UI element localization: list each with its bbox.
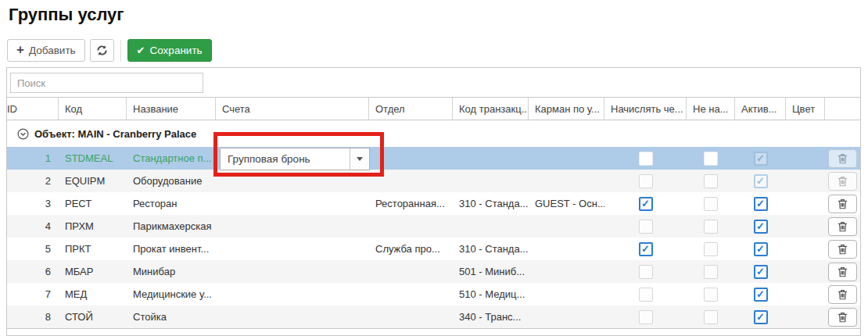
refresh-icon [96, 45, 108, 56]
cell-code: МЕД [59, 288, 127, 300]
cell-id: 6 [7, 266, 59, 277]
cell-name: Прокат инвент... [127, 243, 216, 255]
cell-id: 2 [7, 175, 59, 187]
cell-transaction-code: 501 - Миниб... [453, 266, 529, 277]
delete-button[interactable] [828, 149, 857, 168]
active-checkbox[interactable] [754, 174, 768, 188]
trash-icon [838, 266, 848, 277]
save-button-label: Сохранить [150, 45, 203, 56]
column-header-charge[interactable]: Начислять че... [604, 98, 687, 120]
accounts-dropdown[interactable]: Групповая бронь [220, 148, 370, 170]
group-row[interactable]: Объект: MAIN - Cranberry Palace [7, 120, 860, 147]
cell-id: 1 [7, 152, 59, 164]
cell-name: Ресторан [127, 198, 216, 209]
column-header-pocket[interactable]: Карман по у... [529, 98, 604, 120]
charge-checkbox[interactable] [639, 310, 653, 324]
cell-transaction-code: 510 - Медиц... [453, 288, 529, 300]
active-checkbox[interactable] [754, 152, 768, 166]
cell-code: EQUIPM [59, 175, 127, 187]
column-header-department[interactable]: Отдел [369, 98, 453, 120]
no-charge-checkbox[interactable] [704, 288, 718, 302]
cell-transaction-code: 340 - Транс... [453, 311, 529, 323]
no-charge-checkbox[interactable] [704, 197, 718, 211]
active-checkbox[interactable] [754, 220, 768, 234]
chevron-down-icon [357, 157, 363, 161]
trash-icon [838, 176, 848, 187]
charge-checkbox[interactable] [639, 197, 653, 211]
column-header-color[interactable]: Цвет [786, 98, 825, 120]
column-header-transaction-code[interactable]: Код транзакц... [453, 98, 529, 120]
column-header-actions [825, 98, 860, 120]
refresh-button[interactable] [90, 39, 114, 62]
column-header-active[interactable]: Актив... [735, 98, 786, 120]
no-charge-checkbox[interactable] [704, 220, 718, 234]
page-title: Группы услуг [9, 5, 124, 25]
active-checkbox[interactable] [754, 310, 768, 324]
cell-code: РЕСТ [59, 198, 127, 209]
delete-button[interactable] [828, 240, 857, 259]
search-input[interactable] [10, 73, 203, 93]
no-charge-checkbox[interactable] [704, 174, 718, 188]
active-checkbox[interactable] [754, 197, 768, 211]
cell-id: 5 [7, 243, 59, 255]
cell-name: Стойка [127, 311, 216, 323]
add-button[interactable]: + Добавить [7, 39, 85, 62]
table-row[interactable]: 8 СТОЙ Стойка 340 - Транс... [7, 306, 860, 328]
toolbar: + Добавить ✔ Сохранить [7, 39, 212, 62]
active-checkbox[interactable] [754, 288, 768, 302]
add-button-label: Добавить [29, 45, 76, 56]
charge-checkbox[interactable] [639, 152, 653, 166]
save-button[interactable]: ✔ Сохранить [127, 39, 212, 62]
no-charge-checkbox[interactable] [704, 152, 718, 166]
table-row[interactable]: 7 МЕД Медицинские у... 510 - Медиц... [7, 283, 860, 306]
plus-icon: + [16, 43, 24, 56]
delete-button[interactable] [828, 217, 857, 236]
cell-id: 7 [7, 288, 59, 300]
trash-icon [838, 153, 848, 164]
no-charge-checkbox[interactable] [704, 242, 718, 256]
table-row[interactable]: 3 РЕСТ Ресторан Ресторанная... 310 - Ста… [7, 192, 860, 215]
charge-checkbox[interactable] [639, 288, 653, 302]
delete-button[interactable] [828, 285, 857, 304]
table-row[interactable]: 2 EQUIPM Оборудование [7, 170, 860, 192]
delete-button[interactable] [828, 263, 857, 281]
cell-name: Парикмахерская [127, 220, 216, 232]
toolbar-separator [120, 40, 121, 62]
no-charge-checkbox[interactable] [704, 265, 718, 279]
cell-code: STDMEAL [59, 152, 127, 164]
cell-department: Служба про... [369, 243, 453, 255]
charge-checkbox[interactable] [639, 265, 653, 279]
group-row-label: Объект: MAIN - Cranberry Palace [34, 128, 196, 140]
cell-id: 3 [7, 198, 59, 209]
active-checkbox[interactable] [754, 242, 768, 256]
column-header-id[interactable]: ID [7, 98, 59, 120]
table-row[interactable]: 5 ПРКТ Прокат инвент... Служба про... 31… [7, 238, 860, 260]
cell-transaction-code: 310 - Станда... [453, 243, 529, 255]
charge-checkbox[interactable] [639, 220, 653, 234]
table-row[interactable]: 1 STDMEAL Стандартное п... [7, 147, 860, 170]
cell-code: ПРКТ [59, 243, 127, 255]
collapse-icon[interactable] [17, 128, 29, 140]
cell-transaction-code: 310 - Станда... [453, 198, 529, 209]
active-checkbox[interactable] [754, 265, 768, 279]
search-area [7, 68, 860, 97]
charge-checkbox[interactable] [639, 174, 653, 188]
cell-pocket: GUEST - Осн... [529, 198, 604, 209]
grid-panel: ID Код Название Счета Отдел Код транзакц… [6, 67, 861, 336]
delete-button[interactable] [828, 195, 857, 213]
column-header-code[interactable]: Код [59, 98, 127, 120]
no-charge-checkbox[interactable] [704, 310, 718, 324]
dropdown-arrow-button[interactable] [350, 148, 369, 170]
column-header-accounts[interactable]: Счета [216, 98, 369, 120]
delete-button[interactable] [828, 172, 857, 191]
charge-checkbox[interactable] [639, 242, 653, 256]
table-body: 1 STDMEAL Стандартное п... 2 EQUIPM [7, 147, 860, 328]
table-row[interactable]: 6 МБАР Минибар 501 - Миниб... [7, 260, 860, 283]
cell-name: Медицинские у... [127, 288, 216, 300]
trash-icon [838, 198, 848, 209]
delete-button[interactable] [828, 308, 857, 327]
table-header-row: ID Код Название Счета Отдел Код транзакц… [7, 97, 860, 120]
table-row[interactable]: 4 ПРХМ Парикмахерская [7, 215, 860, 238]
column-header-no-charge[interactable]: Не на... [687, 98, 735, 120]
column-header-name[interactable]: Название [127, 98, 216, 120]
